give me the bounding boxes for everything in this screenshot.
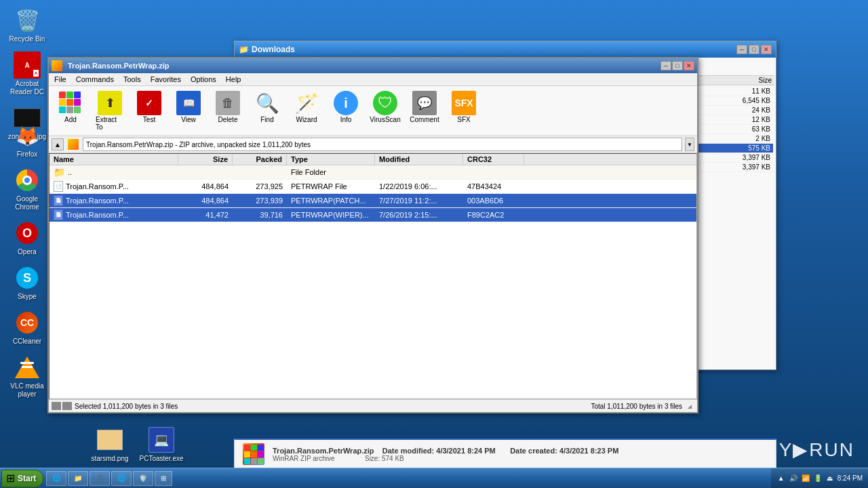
test-label: Test — [143, 116, 155, 123]
downloads-maximize-btn[interactable]: □ — [749, 45, 760, 54]
file-row-1[interactable]: 📄 Trojan.Ransom.P... 484,864 273,925 PET… — [50, 180, 696, 194]
test-icon: ✓ — [137, 91, 161, 115]
comment-label: Comment — [410, 116, 439, 123]
col-name[interactable]: Name — [50, 154, 178, 165]
file-rows: 📁 .. File Folder 📄 Trojan.Ransom.P... — [50, 165, 696, 222]
tray-speaker-icon[interactable]: 🔊 — [789, 474, 798, 483]
desktop: 🗑️ Recycle Bin A A Acrobat Reader DC zon… — [0, 0, 868, 488]
find-label: Find — [260, 116, 273, 123]
taskbar-apps[interactable]: ⊞ — [155, 471, 172, 486]
toolbar-info-btn[interactable]: i Info — [327, 89, 365, 125]
toolbar-find-btn[interactable]: 🔍 Find — [248, 89, 286, 125]
downloads-window-title: Downloads — [252, 45, 295, 54]
taskbar-security[interactable]: 🛡️ — [133, 471, 153, 486]
wizard-icon: 🪄 — [294, 91, 319, 115]
col-crc[interactable]: CRC32 — [463, 154, 524, 165]
col-size[interactable]: Size — [178, 154, 233, 165]
menu-favorites[interactable]: Favorites — [146, 74, 185, 85]
desktop-icons-bottom: starsmd.png 💻 PCToaster.exe — [88, 425, 183, 464]
toolbar-comment-btn[interactable]: 💬 Comment — [406, 89, 443, 125]
wizard-label: Wizard — [296, 116, 317, 123]
address-input[interactable]: Trojan.Ransom.PetrWrap.zip - ZIP archive… — [83, 138, 682, 151]
taskbar-explorer[interactable]: 📁 — [68, 471, 88, 486]
date-modified-label: Date modified: — [382, 447, 434, 455]
tray-battery-icon[interactable]: 🔋 — [813, 474, 823, 483]
virusscan-label: VirusScan — [370, 116, 400, 123]
toolbar-test-btn[interactable]: ✓ Test — [130, 89, 168, 125]
toolbar-add-btn[interactable]: Add — [52, 89, 90, 125]
winrar-file-area: Name Size Packed Type Modified CRC32 📁 .… — [49, 153, 697, 399]
preview-filename: Trojan.Ransom.PetrWrap.zip Date modified… — [273, 447, 768, 455]
desktop-icon-ccleaner[interactable]: CC CCleaner — [5, 308, 49, 347]
info-icon: i — [334, 91, 358, 115]
desktop-icon-acrobat[interactable]: A A Acrobat Reader DC — [5, 50, 49, 98]
extract-icon: ⬆ — [98, 91, 122, 115]
winrar-close-btn[interactable]: ✕ — [684, 61, 694, 70]
menu-options[interactable]: Options — [186, 74, 220, 85]
toolbar-view-btn[interactable]: 📖 View — [170, 89, 208, 125]
status-right: Total 1,011,200 bytes in 3 files — [591, 403, 682, 410]
desktop-icon-starsmd[interactable]: starsmd.png — [88, 425, 132, 464]
desktop-icon-chrome[interactable]: Google Chrome — [5, 165, 49, 213]
address-back-btn[interactable]: ▲ — [52, 138, 64, 150]
file-row-3[interactable]: 📄 Trojan.Ransom.P... 41,472 39,716 PETRW… — [50, 208, 696, 222]
sfx-label: SFX — [457, 116, 470, 123]
start-button[interactable]: ⊞ Start — [1, 470, 43, 487]
taskbar-ie[interactable]: 🌐 — [46, 471, 66, 486]
taskbar: ⊞ Start 🌐 📁 🎵 🌐 🛡️ ⊞ ▲ — [0, 468, 868, 488]
menu-help[interactable]: Help — [222, 74, 245, 85]
taskbar-media[interactable]: 🎵 — [90, 471, 110, 486]
col-type[interactable]: Type — [287, 154, 375, 165]
taskbar-items: 🌐 📁 🎵 🌐 🛡️ ⊞ — [43, 470, 770, 487]
tray-clock: 8:24 PM — [837, 474, 863, 482]
desktop-icon-firefox[interactable]: 🦊 Firefox — [5, 121, 49, 160]
file-list-header: Name Size Packed Type Modified CRC32 — [50, 154, 696, 165]
info-label: Info — [340, 116, 352, 123]
resize-handle[interactable]: ◢ — [685, 401, 694, 411]
toolbar-sfx-btn[interactable]: SFX SFX — [445, 89, 483, 125]
file-row-folder[interactable]: 📁 .. File Folder — [50, 165, 696, 180]
desktop-icon-skype[interactable]: S Skype — [5, 263, 49, 302]
date-created-value: 4/3/2021 8:23 PM — [559, 447, 618, 455]
taskbar-chrome[interactable]: 🌐 — [111, 471, 132, 486]
desktop-icons-left: 🦊 Firefox Google Chrome O Opera S Skype — [0, 115, 54, 405]
downloads-titlebar: 📁 Downloads ─ □ ✕ — [235, 41, 776, 58]
file-icon-1: 📄 — [54, 181, 63, 192]
sfx-icon: SFX — [452, 91, 476, 115]
address-dropdown-btn[interactable]: ▼ — [685, 138, 694, 151]
menu-tools[interactable]: Tools — [119, 74, 145, 85]
zip-icon — [68, 139, 79, 150]
downloads-close-btn[interactable]: ✕ — [761, 45, 772, 54]
menu-commands[interactable]: Commands — [72, 74, 118, 85]
downloads-minimize-btn[interactable]: ─ — [736, 45, 747, 54]
toolbar-extract-btn[interactable]: ⬆ Extract To — [91, 89, 129, 133]
desktop-icon-pctoaster[interactable]: 💻 PCToaster.exe — [140, 425, 183, 464]
winrar-minimize-btn[interactable]: ─ — [660, 61, 671, 70]
col-packed[interactable]: Packed — [233, 154, 287, 165]
desktop-icon-recycle-bin[interactable]: 🗑️ Recycle Bin — [5, 5, 49, 45]
tray-network-icon[interactable]: 📶 — [801, 474, 810, 483]
toolbar-virusscan-btn[interactable]: 🛡 VirusScan — [366, 89, 404, 125]
delete-icon: 🗑 — [216, 91, 240, 115]
preview-file-icon — [243, 443, 264, 465]
winrar-maximize-btn[interactable]: □ — [672, 61, 683, 70]
tray-icon-1[interactable]: ▲ — [776, 474, 786, 483]
date-modified-value: 4/3/2021 8:24 PM — [436, 447, 495, 455]
file-icon-2: 📄 — [54, 195, 63, 206]
desktop-icon-opera[interactable]: O Opera — [5, 218, 49, 258]
menu-file[interactable]: File — [50, 74, 71, 85]
desktop-icon-vlc[interactable]: VLC media player — [5, 352, 49, 400]
status-icons — [52, 402, 72, 410]
downloads-win-buttons: ─ □ ✕ — [736, 45, 772, 54]
winrar-status-bar: Selected 1,011,200 bytes in 3 files Tota… — [49, 399, 697, 412]
file-row-2[interactable]: 📄 Trojan.Ransom.P... 484,864 273,939 PET… — [50, 194, 696, 208]
tray-usb-icon[interactable]: ⏏ — [825, 474, 835, 483]
virusscan-icon: 🛡 — [373, 91, 397, 115]
date-created-label: Date created: — [510, 447, 557, 455]
toolbar-delete-btn[interactable]: 🗑 Delete — [209, 89, 247, 125]
winrar-menu: File Commands Tools Favorites Options He… — [49, 73, 697, 86]
col-modified[interactable]: Modified — [375, 154, 463, 165]
toolbar-wizard-btn[interactable]: 🪄 Wizard — [288, 89, 326, 125]
extract-label: Extract To — [96, 116, 124, 131]
acrobat-icon: A A — [14, 52, 41, 79]
